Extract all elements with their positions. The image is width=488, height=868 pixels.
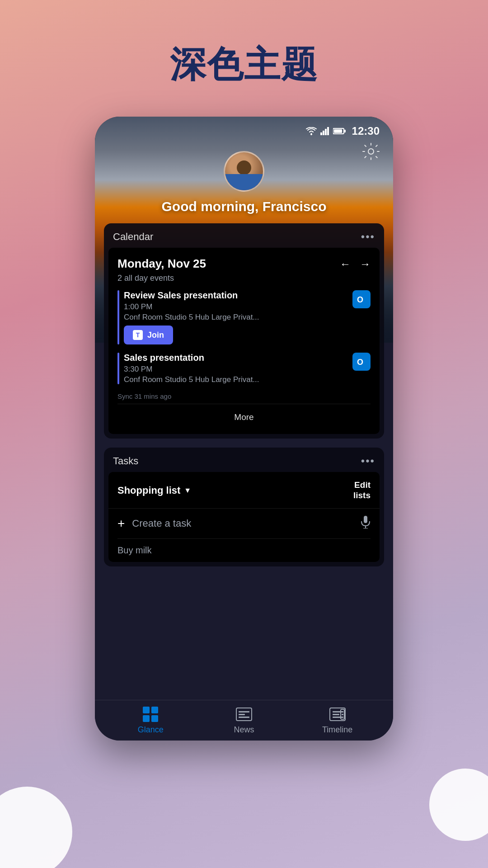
edit-lists-button[interactable]: Edit lists	[353, 480, 371, 501]
bottom-navigation: Glance News	[95, 700, 393, 741]
event-content: Review Sales presentation 1:00 PM Conf R…	[117, 290, 348, 344]
tasks-list-name: Shopping list	[117, 485, 180, 496]
event-content-2: Sales presentation 3:30 PM Conf Room Stu…	[117, 353, 348, 384]
phone-frame: 12:30 Good morning, Francisco Calenda	[95, 117, 393, 741]
plus-icon: +	[117, 516, 125, 531]
status-icons: 12:30	[306, 125, 380, 137]
event-app-icon-2: O	[352, 353, 371, 371]
tab-timeline[interactable]: Timeline	[291, 706, 384, 735]
greeting-text: Good morning, Francisco	[161, 199, 326, 214]
event-title: Review Sales presentation	[124, 290, 348, 301]
calendar-date-row: Monday, Nov 25 ← →	[117, 257, 371, 271]
glance-square-1	[143, 707, 150, 713]
join-meeting-button[interactable]: T Join	[124, 326, 173, 344]
create-task-row[interactable]: + Create a task	[108, 508, 380, 538]
timeline-line-2	[333, 714, 339, 715]
svg-rect-1	[320, 132, 322, 135]
timeline-icon	[329, 708, 346, 721]
dropdown-arrow-icon: ▼	[184, 486, 191, 495]
sync-status: Sync 31 mins ago	[117, 392, 371, 400]
svg-rect-6	[344, 130, 346, 132]
tasks-section-title: Tasks	[113, 455, 138, 467]
calendar-more-link[interactable]: More	[117, 408, 371, 425]
svg-rect-2	[323, 131, 324, 135]
timeline-tab-label: Timeline	[322, 725, 352, 735]
svg-rect-18	[342, 717, 343, 718]
avatar	[224, 151, 264, 192]
svg-rect-3	[325, 129, 327, 135]
calendar-section-title: Calendar	[113, 231, 153, 243]
glance-square-4	[151, 715, 158, 722]
glance-square-2	[151, 707, 158, 713]
news-line-1	[239, 711, 249, 712]
event-title-2: Sales presentation	[124, 353, 348, 363]
event-accent-bar	[117, 290, 119, 344]
svg-rect-12	[364, 516, 367, 523]
svg-text:O: O	[357, 358, 363, 367]
calendar-date: Monday, Nov 25	[117, 257, 206, 271]
news-icon-wrap	[235, 706, 253, 722]
calendar-prev-button[interactable]: ←	[340, 258, 351, 270]
event-location: Conf Room Studio 5 Hub Large Privat...	[124, 313, 348, 322]
tab-glance[interactable]: Glance	[104, 706, 197, 735]
svg-rect-4	[327, 127, 329, 135]
tasks-header-row: Shopping list ▼ Edit lists	[108, 472, 380, 508]
calendar-more-button[interactable]: •••	[361, 231, 375, 243]
news-icon	[236, 708, 252, 721]
status-time: 12:30	[352, 125, 380, 137]
battery-icon	[333, 127, 347, 135]
tab-news[interactable]: News	[197, 706, 291, 735]
page-title: 深色主题	[170, 41, 318, 90]
join-label: Join	[147, 330, 164, 340]
header-section: Good morning, Francisco	[95, 137, 393, 214]
calendar-next-button[interactable]: →	[360, 258, 371, 270]
svg-rect-17	[342, 714, 343, 715]
event-location-2: Conf Room Studio 5 Hub Large Privat...	[124, 375, 348, 384]
signal-icon	[320, 127, 329, 135]
tasks-widget: Tasks ••• Shopping list ▼ Edit lists + C…	[104, 448, 384, 566]
create-task-input[interactable]: Create a task	[132, 518, 353, 529]
calendar-widget: Calendar ••• Monday, Nov 25 ← → 2 all da…	[104, 223, 384, 439]
content-area: Calendar ••• Monday, Nov 25 ← → 2 all da…	[95, 214, 393, 566]
tasks-list-selector[interactable]: Shopping list ▼	[117, 485, 191, 496]
news-line-2	[239, 714, 245, 715]
decorative-blob-right	[429, 769, 488, 841]
svg-rect-7	[334, 129, 342, 133]
svg-text:O: O	[357, 295, 363, 304]
mic-svg	[361, 516, 371, 528]
settings-button[interactable]	[361, 142, 380, 163]
calendar-event-2[interactable]: Sales presentation 3:30 PM Conf Room Stu…	[117, 353, 371, 384]
tasks-more-button[interactable]: •••	[361, 455, 375, 467]
glance-icon-wrap	[141, 706, 160, 722]
news-line-3	[239, 717, 249, 718]
wifi-icon	[306, 127, 317, 135]
event-time-2: 3:30 PM	[124, 365, 348, 374]
timeline-side-icon	[340, 708, 345, 720]
glance-icon	[143, 707, 158, 722]
calendar-widget-header: Calendar •••	[104, 223, 384, 248]
teams-icon: T	[133, 330, 143, 340]
event-accent-bar-2	[117, 353, 119, 384]
page-wrapper: 深色主题	[0, 0, 488, 868]
news-tab-label: News	[234, 725, 254, 735]
microphone-icon[interactable]	[361, 516, 371, 531]
status-bar: 12:30	[95, 117, 393, 137]
event-app-icon-1: O	[352, 290, 371, 308]
svg-rect-16	[342, 711, 343, 712]
gear-icon	[361, 142, 380, 161]
timeline-icon-wrap	[328, 706, 347, 722]
tasks-card: Shopping list ▼ Edit lists + Create a ta…	[108, 472, 380, 562]
task-item-label: Buy milk	[117, 545, 152, 555]
glance-tab-label: Glance	[138, 725, 164, 735]
event-time: 1:00 PM	[124, 302, 348, 311]
all-day-events-count: 2 all day events	[117, 274, 371, 283]
calendar-divider	[117, 404, 371, 404]
glance-square-3	[143, 715, 150, 722]
calendar-event-1[interactable]: Review Sales presentation 1:00 PM Conf R…	[117, 290, 371, 344]
outlook-icon-1: O	[356, 293, 367, 305]
outlook-icon-2: O	[356, 356, 367, 368]
decorative-blob-left	[0, 787, 72, 868]
task-item-buy-milk[interactable]: Buy milk	[108, 539, 380, 562]
calendar-card: Monday, Nov 25 ← → 2 all day events Revi…	[108, 248, 380, 434]
tasks-widget-header: Tasks •••	[104, 448, 384, 472]
